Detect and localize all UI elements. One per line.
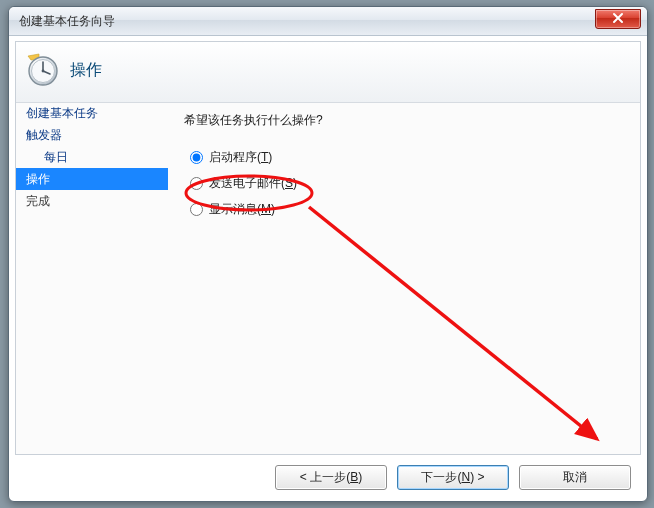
cancel-button[interactable]: 取消 [519,465,631,490]
sidebar-item-finish[interactable]: 完成 [16,190,168,212]
back-button-label: < 上一步(B) [300,469,362,486]
client-area: 操作 创建基本任务 触发器 每日 操作 完成 希望该任务执行什么操作? 启动程序… [15,41,641,455]
header: 操作 [16,42,640,103]
footer: < 上一步(B) 下一步(N) > 取消 [15,459,641,495]
option-send-email-label: 发送电子邮件(S) [209,175,297,192]
titlebar[interactable]: 创建基本任务向导 [9,7,647,36]
wizard-window: 创建基本任务向导 [8,6,648,502]
svg-point-4 [42,70,45,73]
next-button-label: 下一步(N) > [421,469,484,486]
clock-icon [24,52,60,88]
option-start-program-label: 启动程序(T) [209,149,272,166]
sidebar-item-create-basic-task[interactable]: 创建基本任务 [16,102,168,124]
content: 希望该任务执行什么操作? 启动程序(T) 发送电子邮件(S) [184,108,630,450]
radio-show-message[interactable] [190,203,203,216]
sidebar-item-daily[interactable]: 每日 [16,146,168,168]
sidebar-item-trigger[interactable]: 触发器 [16,124,168,146]
back-button[interactable]: < 上一步(B) [275,465,387,490]
sidebar-item-action[interactable]: 操作 [16,168,168,190]
radio-send-email[interactable] [190,177,203,190]
radio-start-program[interactable] [190,151,203,164]
option-show-message[interactable]: 显示消息(M) [190,199,630,219]
option-start-program[interactable]: 启动程序(T) [190,147,630,167]
close-button[interactable] [595,9,641,29]
next-button[interactable]: 下一步(N) > [397,465,509,490]
close-icon [612,12,624,24]
prompt-text: 希望该任务执行什么操作? [184,112,630,129]
page-title: 操作 [70,60,102,81]
window-title: 创建基本任务向导 [19,13,115,30]
option-show-message-label: 显示消息(M) [209,201,275,218]
wizard-sidebar: 创建基本任务 触发器 每日 操作 完成 [16,102,168,454]
cancel-button-label: 取消 [563,469,587,486]
option-send-email[interactable]: 发送电子邮件(S) [190,173,630,193]
